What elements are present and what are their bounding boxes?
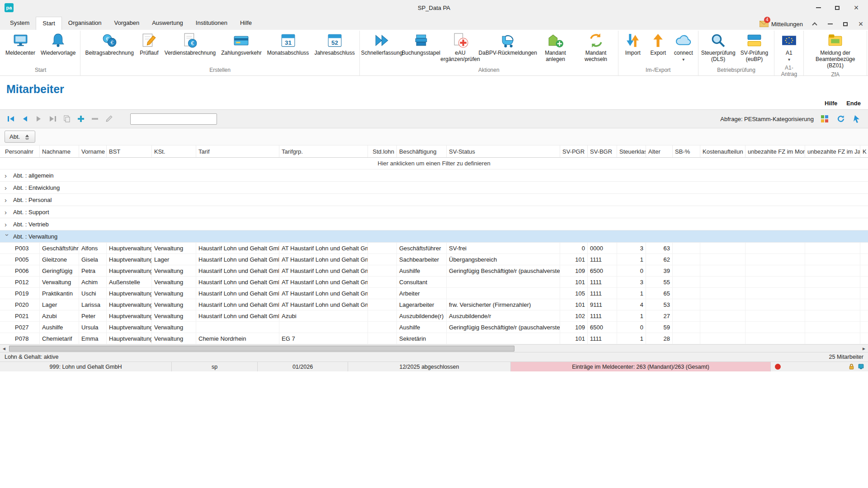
ribbon-button-buchungsstapel[interactable]: Buchungsstapel xyxy=(402,31,439,58)
ribbon-button-schnellerfassung[interactable]: Schnellerfassung xyxy=(362,31,402,58)
ribbon-button-meldung-der-beamtenbezüge-bz01[interactable]: Meldung der Beamtenbezüge (BZ01) xyxy=(806,31,864,70)
scrollbar-thumb[interactable] xyxy=(9,346,514,352)
column-header-nachname[interactable]: Nachname xyxy=(40,145,79,157)
table-row[interactable]: P020LagerLarissaHauptverwaltungVerwaltun… xyxy=(0,299,868,310)
ribbon-button-mandant-wechseln[interactable]: Mandant wechseln xyxy=(576,31,616,64)
menu-item-system[interactable]: System xyxy=(4,17,36,30)
table-row[interactable]: P012VerwaltungAchimAußenstelleVerwaltung… xyxy=(0,277,868,288)
ribbon-button-import[interactable]: Import xyxy=(621,31,645,58)
ribbon-button-connect[interactable]: connect▾ xyxy=(671,31,696,63)
column-header-unbezahlte-fz-im-jah[interactable]: unbezahlte FZ im Jah xyxy=(805,145,860,157)
column-header-sb[interactable]: SB-% xyxy=(673,145,700,157)
table-row[interactable]: P078ChemietarifEmmaHauptverwaltungVerwal… xyxy=(0,333,868,344)
table-row[interactable]: P005GleitzoneGiselaHauptverwaltungLagerH… xyxy=(0,254,868,265)
menu-item-vorgaben[interactable]: Vorgaben xyxy=(108,17,146,30)
chevron-collapsed-icon[interactable]: › xyxy=(5,172,10,179)
chevron-expanded-icon[interactable]: › xyxy=(4,234,11,239)
group-row-abt-personal[interactable]: ›Abt. : Personal xyxy=(0,194,868,206)
column-header-tarifgrp[interactable]: Tarifgrp. xyxy=(279,145,368,157)
column-header-std-lohn[interactable]: Std.lohn xyxy=(368,145,397,157)
ribbon-button-mandant-anlegen[interactable]: Mandant anlegen xyxy=(536,31,576,64)
column-header-sv-pgr[interactable]: SV-PGR xyxy=(560,145,588,157)
table-row[interactable]: P003GeschäftsführerAlfonsHauptverwaltung… xyxy=(0,243,868,254)
ribbon-button-jahresabschluss[interactable]: 52Jahresabschluss xyxy=(312,31,357,58)
column-header-steuerklass[interactable]: Steuerklass xyxy=(617,145,646,157)
ribbon-button-zahlungsverkehr[interactable]: Zahlungsverkehr xyxy=(219,31,264,58)
delete-record-button[interactable] xyxy=(90,113,100,124)
select-pointer-button[interactable] xyxy=(852,113,863,124)
column-header-bst[interactable]: BST xyxy=(107,145,152,157)
menu-item-hilfe[interactable]: Hilfe xyxy=(234,17,258,30)
next-record-button[interactable] xyxy=(33,113,44,124)
column-header-beschäftigung[interactable]: Beschäftigung xyxy=(397,145,447,157)
ribbon-button-steuerprüfung-dls[interactable]: Steuerprüfung (DLS) xyxy=(701,31,736,64)
ribbon-button-prüflauf[interactable]: Prüflauf xyxy=(137,31,161,58)
collapse-ribbon-button[interactable] xyxy=(811,20,818,28)
ribbon-button-wiedervorlage[interactable]: Wiedervorlage xyxy=(38,31,78,58)
maximize-button[interactable] xyxy=(834,4,841,11)
end-link[interactable]: Ende xyxy=(846,100,861,107)
chevron-collapsed-icon[interactable]: › xyxy=(5,221,10,228)
ribbon-button-verdienstabrechnung[interactable]: €Verdienstabrechnung xyxy=(162,31,218,58)
cell-sv-pgr: 101 xyxy=(560,299,588,310)
group-row-abt-support[interactable]: ›Abt. : Support xyxy=(0,206,868,218)
column-header-personalnr[interactable]: Personalnr xyxy=(3,145,40,157)
column-header-alter[interactable]: Alter xyxy=(646,145,673,157)
messages-button[interactable]: 4 Mitteilungen xyxy=(760,21,803,28)
column-header-kostenaufteilun[interactable]: Kostenaufteilun xyxy=(700,145,745,157)
child-minimize-button[interactable] xyxy=(826,20,834,28)
query-designer-button[interactable] xyxy=(819,113,830,124)
column-header-k[interactable]: K xyxy=(860,145,868,157)
search-input[interactable] xyxy=(130,113,217,125)
table-row[interactable]: P006GeringfügigPetraHauptverwaltungVerwa… xyxy=(0,265,868,277)
group-row-abt-entwicklung[interactable]: ›Abt. : Entwicklung xyxy=(0,182,868,194)
ribbon-button-beitragsabrechnung[interactable]: €€Beitragsabrechnung xyxy=(83,31,136,58)
ribbon-button-dabpv-rückmeldungen[interactable]: DaBPV-Rückmeldungen xyxy=(481,31,535,58)
add-record-button[interactable] xyxy=(75,113,86,124)
edit-record-button[interactable] xyxy=(104,113,114,124)
refresh-button[interactable] xyxy=(835,113,846,124)
menu-item-institutionen[interactable]: Institutionen xyxy=(189,17,234,30)
scroll-left-arrow-icon[interactable]: ◄ xyxy=(0,345,8,352)
column-header-kst[interactable]: KSt. xyxy=(152,145,196,157)
child-close-button[interactable]: × xyxy=(857,20,864,28)
menu-item-start[interactable]: Start xyxy=(36,17,61,30)
first-record-button[interactable] xyxy=(5,113,16,124)
horizontal-scrollbar[interactable]: ◄ ► xyxy=(0,344,868,352)
table-row[interactable]: P019PraktikantinUschiHauptverwaltungVerw… xyxy=(0,288,868,299)
chevron-collapsed-icon[interactable]: › xyxy=(5,184,10,191)
column-header-sv-status[interactable]: SV-Status xyxy=(447,145,560,157)
table-row[interactable]: P027AushilfeUrsulaHauptverwaltungVerwalt… xyxy=(0,322,868,333)
cell-sv-bgr: 1111 xyxy=(588,333,617,344)
ribbon-button-monatsabschluss[interactable]: 31Monatsabschluss xyxy=(265,31,311,58)
filter-row[interactable]: Hier anklicken um einen Filter zu defini… xyxy=(0,158,868,169)
ribbon-button-a1[interactable]: A1▾ xyxy=(777,31,801,63)
minimize-button[interactable] xyxy=(815,4,822,11)
ribbon-button-sv-prüfung-eubp[interactable]: SV-Prüfung (euBP) xyxy=(737,31,772,64)
scroll-right-arrow-icon[interactable]: ► xyxy=(860,345,868,352)
column-header-vorname[interactable]: Vorname xyxy=(79,145,107,157)
child-restore-button[interactable] xyxy=(842,20,849,28)
column-header-sv-bgr[interactable]: SV-BGR xyxy=(588,145,617,157)
previous-record-button[interactable] xyxy=(19,113,30,124)
copy-record-button[interactable] xyxy=(61,113,72,124)
column-header-unbezahlte-fz-im-mona[interactable]: unbezahlte FZ im Mona xyxy=(745,145,805,157)
chevron-collapsed-icon[interactable]: › xyxy=(5,209,10,216)
cell-unbezahlte-fz-im-mona xyxy=(745,288,805,299)
group-by-chip[interactable]: Abt. xyxy=(5,131,35,143)
column-header-tarif[interactable]: Tarif xyxy=(196,145,279,157)
ribbon-button-meldecenter[interactable]: Meldecenter xyxy=(3,31,38,58)
status-meldecenter[interactable]: Einträge im Meldecenter: 263 (Mandant)/2… xyxy=(511,362,771,371)
menu-item-organisation[interactable]: Organisation xyxy=(62,17,108,30)
ribbon-button-export[interactable]: Export xyxy=(646,31,670,58)
ribbon-button-eau-ergänzen-prüfen[interactable]: eAU ergänzen/prüfen xyxy=(440,31,480,64)
table-row[interactable]: P021AzubiPeterHauptverwaltungVerwaltungH… xyxy=(0,310,868,322)
group-row-abt-vertrieb[interactable]: ›Abt. : Vertrieb xyxy=(0,218,868,230)
group-row-abt-allgemein[interactable]: ›Abt. : allgemein xyxy=(0,169,868,182)
last-record-button[interactable] xyxy=(47,113,58,124)
close-button[interactable]: × xyxy=(853,4,860,11)
help-link[interactable]: Hilfe xyxy=(825,100,837,107)
chevron-collapsed-icon[interactable]: › xyxy=(5,197,10,203)
menu-item-auswertung[interactable]: Auswertung xyxy=(146,17,189,30)
group-row-abt-verwaltung[interactable]: ›Abt. : Verwaltung xyxy=(0,230,868,243)
